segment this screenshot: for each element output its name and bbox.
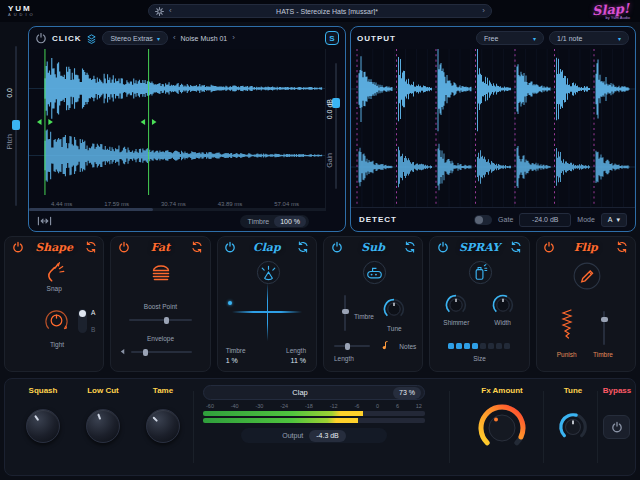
envelope-handle[interactable] bbox=[143, 349, 148, 356]
selected-module-value[interactable]: 73 % bbox=[393, 387, 421, 399]
sub-timbre-handle[interactable] bbox=[342, 309, 349, 314]
meter-scale: -60-40-30-24-18-12-60612 bbox=[203, 403, 425, 409]
sub-length-handle[interactable] bbox=[345, 343, 350, 350]
flip-module: Flip Punish Timbre bbox=[536, 236, 636, 372]
xy-pad-horizontal-axis[interactable] bbox=[232, 311, 302, 313]
preset-prev-icon[interactable]: ‹ bbox=[169, 7, 172, 15]
size-slider[interactable] bbox=[448, 343, 510, 349]
meter-tick: -6 bbox=[354, 403, 359, 409]
clap-reset-button[interactable] bbox=[297, 241, 310, 254]
pitch-slider[interactable]: 0.0 Pitch bbox=[4, 26, 28, 232]
layers-icon[interactable] bbox=[86, 33, 97, 44]
gain-slider[interactable]: 0.0 dB Gain bbox=[325, 49, 345, 211]
spray-reset-button[interactable] bbox=[510, 241, 523, 254]
flip-power-button[interactable] bbox=[543, 241, 556, 254]
timbre-label: Timbre bbox=[248, 218, 270, 225]
zoom-fit-icon[interactable] bbox=[37, 216, 52, 226]
gain-track[interactable] bbox=[335, 63, 337, 189]
pitch-handle[interactable] bbox=[12, 120, 20, 130]
fat-power-button[interactable] bbox=[117, 241, 130, 254]
bank-dropdown[interactable]: Stereo Extras ▾ bbox=[102, 31, 167, 45]
output-waveform-display[interactable] bbox=[351, 49, 635, 207]
width-knob[interactable] bbox=[491, 293, 515, 317]
boost-point-slider[interactable] bbox=[129, 319, 191, 321]
pitch-track[interactable] bbox=[15, 46, 17, 206]
sync-dropdown[interactable]: Free ▾ bbox=[476, 31, 544, 45]
shape-reset-button[interactable] bbox=[84, 241, 97, 254]
sub-timbre-slider[interactable] bbox=[344, 295, 346, 331]
waveform-scrollbar[interactable] bbox=[29, 208, 325, 211]
tight-knob[interactable] bbox=[43, 307, 70, 334]
burger-icon[interactable] bbox=[150, 263, 172, 283]
fx-amount-knob[interactable] bbox=[475, 401, 529, 455]
fx-amount-label: Fx Amount bbox=[457, 386, 547, 395]
ab-toggle-track[interactable] bbox=[78, 309, 87, 333]
gain-handle[interactable] bbox=[332, 98, 340, 108]
output-title: OUTPUT bbox=[357, 34, 396, 43]
output-gain-value[interactable]: -4.3 dB bbox=[309, 430, 346, 442]
sub-module: Sub Timbre Tune Notes Length bbox=[323, 236, 423, 372]
output-waveform[interactable] bbox=[351, 49, 635, 207]
clap-timbre-value[interactable]: 1 % bbox=[226, 357, 238, 364]
timbre-value[interactable]: 100 % bbox=[274, 216, 306, 227]
timbre-pill[interactable]: Timbre 100 % bbox=[240, 215, 309, 228]
preset-name[interactable]: HATS - Stereoize Hats [mussar]* bbox=[177, 8, 478, 15]
note-dropdown[interactable]: 1/1 note ▾ bbox=[549, 31, 629, 45]
mode-dropdown[interactable]: A ▾ bbox=[601, 213, 627, 227]
note-icon[interactable] bbox=[380, 341, 388, 350]
fat-reset-button[interactable] bbox=[191, 241, 204, 254]
spring-icon[interactable] bbox=[561, 309, 573, 345]
clap-power-button[interactable] bbox=[224, 241, 237, 254]
shape-power-button[interactable] bbox=[11, 241, 24, 254]
sample-next-icon[interactable]: › bbox=[232, 34, 235, 42]
click-header: CLICK Stereo Extras ▾ ‹ Noise Mush 01 › … bbox=[29, 27, 345, 49]
clap-icon[interactable] bbox=[255, 259, 282, 286]
spray-power-button[interactable] bbox=[436, 241, 449, 254]
module-select-pill[interactable]: Clap 73 % bbox=[203, 385, 425, 400]
settings-icon[interactable] bbox=[155, 7, 164, 16]
clap-led bbox=[228, 301, 232, 305]
sub-tune-knob[interactable] bbox=[382, 297, 406, 321]
squash-knob[interactable] bbox=[26, 409, 60, 443]
ab-toggle-knob[interactable] bbox=[79, 310, 86, 317]
solo-button[interactable]: S bbox=[325, 31, 339, 45]
scrollbar-thumb[interactable] bbox=[29, 208, 153, 211]
click-waveform-display[interactable] bbox=[29, 49, 325, 195]
preset-next-icon[interactable]: › bbox=[482, 7, 485, 15]
envelope-arrow-icon[interactable] bbox=[119, 348, 126, 355]
tame-knob[interactable] bbox=[146, 409, 180, 443]
sub-reset-button[interactable] bbox=[403, 241, 416, 254]
preset-browser[interactable]: ‹ HATS - Stereoize Hats [mussar]* › bbox=[148, 4, 492, 18]
sample-prev-icon[interactable]: ‹ bbox=[173, 34, 176, 42]
time-ruler: 4.44 ms17.59 ms30.74 ms43.89 ms57.04 ms bbox=[29, 201, 325, 207]
gate-input[interactable]: -24.0 dB bbox=[519, 213, 571, 227]
flip-reset-button[interactable] bbox=[616, 241, 629, 254]
pitch-value: 0.0 bbox=[6, 88, 13, 98]
selected-module-name: Clap bbox=[207, 388, 393, 397]
shimmer-knob[interactable] bbox=[444, 293, 468, 317]
flip-timbre-slider[interactable] bbox=[603, 311, 605, 345]
submarine-icon[interactable] bbox=[361, 259, 388, 286]
tune-knob[interactable] bbox=[557, 411, 589, 443]
output-gain-pill[interactable]: Output -4.3 dB bbox=[241, 428, 387, 443]
clap-length-value[interactable]: 11 % bbox=[291, 357, 306, 364]
detect-toggle[interactable] bbox=[474, 215, 492, 225]
sub-length-slider[interactable] bbox=[334, 345, 370, 347]
boost-point-handle[interactable] bbox=[164, 317, 169, 324]
bypass-button[interactable] bbox=[603, 415, 630, 439]
pencil-icon[interactable] bbox=[572, 261, 602, 291]
spray-can-icon[interactable] bbox=[467, 259, 494, 286]
sub-notes-label: Notes bbox=[399, 343, 416, 350]
snap-icon[interactable] bbox=[44, 261, 66, 283]
top-bar: YUM AUDIO ‹ HATS - Stereoize Hats [mussa… bbox=[0, 0, 640, 22]
ab-toggle[interactable]: A B bbox=[78, 309, 95, 333]
sub-length-label: Length bbox=[334, 355, 354, 362]
click-waveform[interactable]: 4.44 ms17.59 ms30.74 ms43.89 ms57.04 ms bbox=[29, 49, 325, 211]
sync-dropdown-value: Free bbox=[484, 35, 498, 42]
envelope-slider[interactable] bbox=[131, 351, 191, 353]
sample-dropdown[interactable]: Noise Mush 01 bbox=[181, 35, 228, 42]
sub-power-button[interactable] bbox=[330, 241, 343, 254]
click-power-button[interactable] bbox=[35, 32, 47, 44]
lowcut-knob[interactable] bbox=[86, 409, 120, 443]
flip-timbre-handle[interactable] bbox=[601, 317, 608, 322]
